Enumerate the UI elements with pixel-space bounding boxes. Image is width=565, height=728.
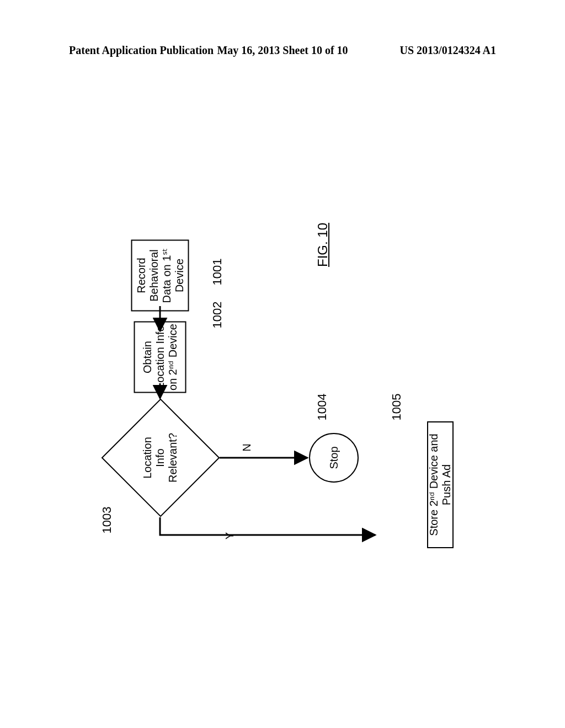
branch-no-label: N <box>241 443 253 451</box>
step-1002-ref: 1002 <box>210 302 225 329</box>
step-1001-ref: 1001 <box>210 259 225 286</box>
decision-text-span: Location Info Relevant? <box>141 427 179 488</box>
stop-text: Stop <box>328 446 340 469</box>
step-1005-text: Store 2ⁿᵈ Device and Push Ad <box>428 422 453 547</box>
step-1002-box: Obtain Location Info on 2ⁿᵈ Device <box>134 322 186 393</box>
decision-text: Location Info Relevant? <box>138 427 182 488</box>
step-1005-box: Store 2ⁿᵈ Device and Push Ad <box>427 421 454 548</box>
step-1001-box: Record Behavioral Data on 1ˢᵗ Device <box>131 240 189 312</box>
stop-ref: 1004 <box>315 394 329 421</box>
step-1005-ref: 1005 <box>390 394 404 421</box>
decision-ref: 1003 <box>100 507 114 534</box>
flowchart-svg <box>0 0 565 728</box>
step-1002-text: Obtain Location Info on 2ⁿᵈ Device <box>141 323 179 392</box>
stop-circle: Stop <box>309 433 359 483</box>
arrow-yes-to-1005 <box>160 517 375 535</box>
branch-yes-label: Y <box>223 532 236 539</box>
step-1001-text: Record Behavioral Data on 1ˢᵗ Device <box>135 241 185 311</box>
page: Patent Application Publication May 16, 2… <box>0 0 565 728</box>
figure-title: FIG. 10 <box>315 223 331 267</box>
